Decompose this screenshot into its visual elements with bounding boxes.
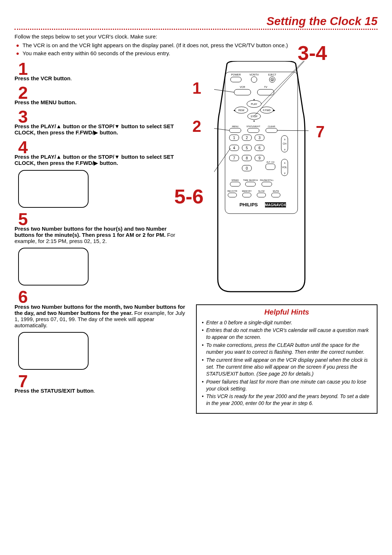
svg-rect-64 — [245, 182, 256, 186]
svg-rect-62 — [230, 182, 240, 186]
step-6: 6 Press two Number buttons for the month… — [15, 289, 185, 369]
svg-text:PLAY: PLAY — [251, 103, 257, 105]
svg-text:REC/OTR: REC/OTR — [228, 190, 238, 192]
svg-text:7: 7 — [233, 156, 235, 160]
svg-text:SPEED: SPEED — [232, 179, 239, 181]
hint-item: Enter a 0 before a single-digit number. — [202, 319, 372, 326]
svg-text:CLEAR: CLEAR — [268, 125, 275, 127]
hint-item: The current time will appear on the VCR … — [202, 357, 372, 377]
svg-text:▼: ▼ — [253, 120, 256, 122]
page-title: Setting the Clock 15 — [15, 15, 377, 28]
step-number: 7 — [18, 373, 185, 389]
steps-column: 1 Press the VCR button. 2 Press the MENU… — [15, 61, 185, 414]
svg-text:VCR/TV: VCR/TV — [249, 73, 259, 76]
step-number: 6 — [18, 289, 185, 305]
svg-text:5: 5 — [246, 146, 248, 150]
step-1: 1 Press the VCR button. — [15, 61, 185, 81]
step-2: 2 Press the MENU button. — [15, 85, 185, 105]
step-number: 4 — [18, 139, 185, 155]
svg-text:STOP: STOP — [251, 115, 258, 118]
svg-rect-12 — [257, 89, 274, 95]
hint-item: To make corrections, press the CLEAR but… — [202, 342, 372, 356]
svg-text:MAGNAVOX: MAGNAVOX — [265, 203, 286, 207]
svg-text:ALT. CH: ALT. CH — [266, 161, 274, 163]
hints-title: Helpful Hints — [202, 308, 372, 316]
svg-text:MEMORY: MEMORY — [242, 190, 252, 192]
svg-rect-72 — [257, 193, 266, 197]
svg-text:9: 9 — [258, 156, 261, 160]
step-number: 2 — [18, 85, 185, 101]
svg-rect-28 — [248, 128, 259, 133]
hint-item: Power failures that last for more than o… — [202, 378, 372, 392]
step-number: 1 — [18, 61, 185, 77]
svg-text:∨: ∨ — [284, 172, 286, 174]
svg-text:∧: ∧ — [284, 138, 286, 141]
helpful-hints-box: Helpful Hints Enter a 0 before a single-… — [196, 304, 377, 414]
svg-rect-66 — [262, 182, 272, 186]
svg-text:EJECT: EJECT — [268, 73, 277, 76]
svg-point-4 — [251, 77, 257, 82]
step-number: 3 — [18, 109, 185, 125]
callout-2: 2 — [192, 117, 201, 135]
svg-text:TV: TV — [264, 86, 268, 88]
svg-rect-70 — [242, 193, 251, 197]
svg-text:PAUSE/STILL: PAUSE/STILL — [260, 179, 274, 181]
svg-rect-30 — [266, 128, 277, 133]
svg-text:STATUS/EXIT: STATUS/EXIT — [246, 125, 260, 127]
hint-item: This VCR is ready for the year 2000 and … — [202, 393, 372, 407]
step-5: 5 Press two Number buttons for the hour(… — [15, 211, 185, 285]
step-text: Press two Number buttons for the month, … — [15, 304, 185, 328]
step-text: Press the STATUS/EXIT button. — [15, 388, 185, 394]
svg-rect-68 — [228, 193, 237, 197]
callout-5-6: 5-6 — [174, 185, 204, 208]
svg-text:0: 0 — [246, 166, 248, 170]
callout-7: 7 — [316, 123, 324, 141]
svg-text:3: 3 — [258, 136, 261, 140]
svg-text:PHILIPS: PHILIPS — [240, 202, 258, 207]
screen-placeholder — [18, 248, 89, 285]
svg-text:▲: ▲ — [271, 78, 273, 81]
svg-text:VOL: VOL — [282, 166, 287, 169]
callout-1: 1 — [192, 79, 201, 97]
svg-rect-10 — [234, 89, 251, 95]
step-3: 3 Press the PLAY/▲ button or the STOP/▼ … — [15, 109, 185, 136]
divider-dotted — [15, 29, 377, 30]
svg-text:∧: ∧ — [284, 162, 286, 164]
step-number: 5 — [18, 211, 185, 227]
remote-diagram: 1 2 3-4 5-6 7 POWER VCR/TV EJECT — [196, 61, 377, 297]
svg-text:F.FWD: F.FWD — [263, 109, 270, 112]
step-text: Press two Number buttons for the hour(s)… — [15, 226, 185, 244]
svg-rect-74 — [271, 193, 280, 197]
svg-text:MUTE: MUTE — [273, 190, 279, 192]
hint-item: Entries that do not match the VCR's cale… — [202, 327, 372, 341]
screen-placeholder — [18, 170, 89, 208]
svg-text:CH: CH — [283, 142, 286, 145]
svg-text:TIME SEARCH: TIME SEARCH — [243, 179, 258, 181]
step-text: Press the MENU button. — [15, 99, 185, 105]
svg-text:6: 6 — [258, 146, 261, 150]
svg-text:REW: REW — [238, 109, 245, 112]
svg-text:POWER: POWER — [231, 73, 241, 76]
svg-rect-56 — [266, 164, 275, 170]
svg-rect-2 — [230, 77, 241, 82]
svg-text:1: 1 — [233, 136, 235, 140]
step-text: Press the VCR button. — [15, 75, 185, 81]
svg-rect-26 — [229, 128, 241, 133]
svg-text:SLOW: SLOW — [258, 190, 265, 192]
svg-text:∨: ∨ — [284, 148, 286, 151]
step-4: 4 Press the PLAY/▲ button or the STOP/▼ … — [15, 139, 185, 208]
step-text: Press the PLAY/▲ button or the STOP/▼ bu… — [15, 154, 185, 166]
hints-list: Enter a 0 before a single-digit number. … — [202, 319, 372, 407]
svg-text:2: 2 — [246, 136, 248, 140]
svg-text:4: 4 — [233, 146, 235, 150]
remote-control-svg: POWER VCR/TV EJECT ▲ VCR TV — [214, 61, 309, 293]
svg-text:8: 8 — [246, 156, 248, 160]
svg-text:VCR: VCR — [240, 86, 245, 88]
step-text: Press the PLAY/▲ button or the STOP/▼ bu… — [15, 123, 185, 136]
screen-placeholder — [18, 332, 89, 370]
svg-text:MENU: MENU — [232, 125, 238, 127]
step-7: 7 Press the STATUS/EXIT button. — [15, 373, 185, 394]
intro-text: Follow the steps below to set your VCR's… — [15, 33, 377, 40]
